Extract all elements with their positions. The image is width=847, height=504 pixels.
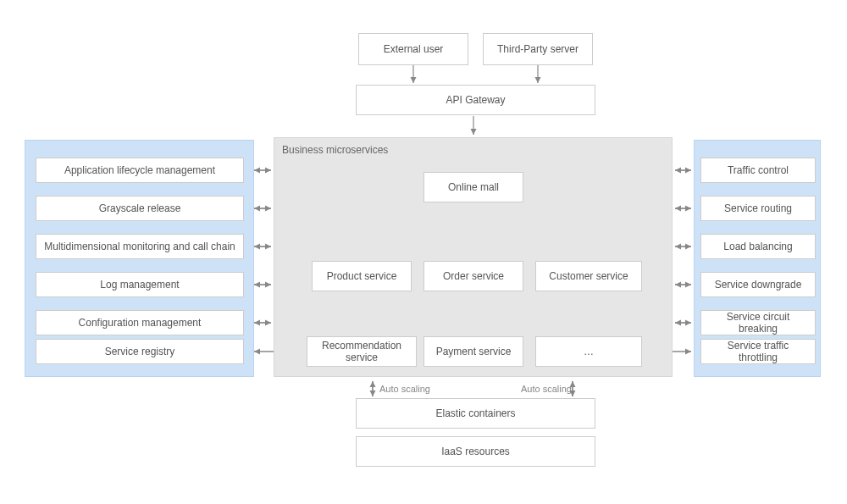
- right-item-service-downgrade: Service downgrade: [700, 272, 816, 297]
- left-item-label: Log management: [100, 279, 179, 291]
- left-item-registry: Service registry: [36, 339, 244, 364]
- order-service-box: Order service: [424, 261, 523, 291]
- right-item-traffic-control: Traffic control: [700, 158, 816, 183]
- payment-service-label: Payment service: [436, 346, 512, 357]
- api-gateway-label: API Gateway: [446, 94, 505, 106]
- auto-scaling-label-right: Auto scaling: [521, 384, 572, 394]
- left-item-label: Service registry: [105, 346, 175, 357]
- right-item-label: Service routing: [724, 202, 792, 214]
- online-mall-box: Online mall: [424, 172, 523, 202]
- recommendation-service-label: Recommendation service: [314, 340, 409, 363]
- right-item-traffic-throttling: Service traffic throttling: [700, 339, 816, 364]
- left-item-label: Application lifecycle management: [64, 164, 215, 176]
- left-item-label: Configuration management: [79, 317, 202, 329]
- auto-scaling-label-left: Auto scaling: [379, 384, 430, 394]
- right-item-load-balancing: Load balancing: [700, 234, 816, 259]
- product-service-label: Product service: [327, 270, 397, 282]
- more-services-label: …: [584, 346, 594, 357]
- iaas-resources-label: IaaS resources: [441, 446, 510, 457]
- api-gateway-box: API Gateway: [356, 85, 595, 115]
- left-item-config: Configuration management: [36, 310, 244, 335]
- product-service-box: Product service: [312, 261, 412, 291]
- right-item-label: Traffic control: [728, 164, 789, 176]
- customer-service-box: Customer service: [535, 261, 642, 291]
- online-mall-label: Online mall: [448, 181, 499, 193]
- right-item-label: Load balancing: [723, 241, 792, 252]
- left-item-grayscale: Grayscale release: [36, 196, 244, 221]
- order-service-label: Order service: [443, 270, 504, 282]
- elastic-containers-box: Elastic containers: [356, 398, 595, 429]
- left-item-label: Multidimensional monitoring and call cha…: [44, 241, 235, 252]
- third-party-server-label: Third-Party server: [497, 43, 579, 55]
- right-item-service-routing: Service routing: [700, 196, 816, 221]
- right-item-label: Service traffic throttling: [708, 340, 808, 363]
- third-party-server-box: Third-Party server: [483, 33, 593, 65]
- right-item-label: Service downgrade: [715, 279, 802, 291]
- right-item-label: Service circuit breaking: [708, 311, 808, 335]
- elastic-containers-label: Elastic containers: [435, 407, 515, 419]
- right-item-circuit-breaking: Service circuit breaking: [700, 310, 816, 335]
- iaas-resources-box: IaaS resources: [356, 436, 595, 467]
- recommendation-service-box: Recommendation service: [307, 336, 417, 367]
- business-microservices-title: Business microservices: [282, 144, 388, 156]
- left-item-monitoring: Multidimensional monitoring and call cha…: [36, 234, 244, 259]
- left-item-log: Log management: [36, 272, 244, 297]
- left-item-app-lifecycle: Application lifecycle management: [36, 158, 244, 183]
- external-user-box: External user: [358, 33, 468, 65]
- payment-service-box: Payment service: [424, 336, 523, 367]
- external-user-label: External user: [384, 43, 444, 55]
- more-services-box: …: [535, 336, 642, 367]
- customer-service-label: Customer service: [549, 270, 628, 282]
- left-item-label: Grayscale release: [99, 202, 181, 214]
